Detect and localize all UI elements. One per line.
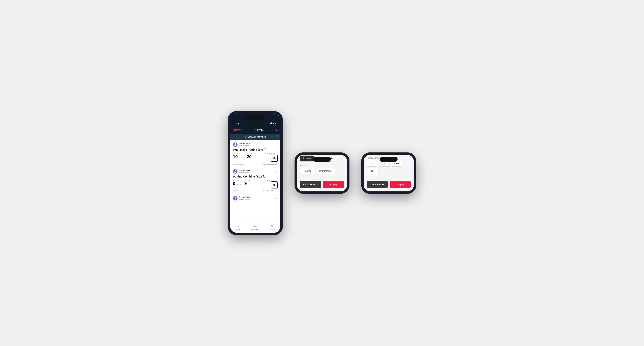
sq-label-1: Shot Quality — [266, 153, 278, 155]
info-icon-1: ℹ — [233, 163, 234, 165]
card-data-2: Data: Clippd Capture — [263, 190, 278, 192]
filter-btn-tournament-2[interactable]: Tournament — [316, 168, 334, 174]
card-user-2: Josh Coles 28 Feb 2023 — [233, 169, 250, 174]
viewing-banner-text-1: Viewing Activities — [248, 136, 266, 138]
card-header-2: Josh Coles 28 Feb 2023 ··· — [233, 169, 278, 174]
activities-label-1: Activities — [251, 228, 258, 230]
avatar-2 — [233, 169, 238, 174]
dynamic-island-1 — [246, 115, 264, 121]
capture-icon-1: ⊕ — [270, 224, 273, 228]
filter-icon-1: ⊞ — [245, 136, 247, 138]
user-info-1: Josh Coles 28 Feb 2023 — [239, 143, 250, 147]
user-info-3: Josh Coles 28 Feb 2023 — [239, 196, 250, 200]
phone-1-screen: 11:33 ▲ ▮ clippd Activity ≡ — [230, 113, 280, 233]
nav-bar-1: clippd Activity ≡ — [230, 127, 280, 134]
shot-quality-group-2: Shot Quality 45 — [266, 180, 278, 188]
filter-footer-3: Clear Filters Apply — [364, 178, 414, 188]
card-info-1: ℹ Test Information — [233, 163, 245, 165]
user-name-1: Josh Coles — [239, 143, 250, 145]
shots-group-2: Shots 9 — [244, 180, 250, 186]
clear-filters-button-3[interactable]: Clear Filters — [367, 181, 388, 188]
home-icon-1: ⌂ — [237, 224, 239, 228]
shots-group-1: Shots 20 — [247, 153, 252, 159]
shot-quality-group-1: Shot Quality 75 — [266, 153, 278, 162]
user-date-2: 28 Feb 2023 — [239, 172, 250, 173]
signal-icon-1 — [269, 123, 272, 124]
filter-btn-rounds-2[interactable]: Rounds — [300, 156, 314, 162]
apply-button-3[interactable]: Apply — [390, 181, 411, 188]
capture-label-1: Capture — [269, 228, 275, 230]
battery-icon-1: ▮ — [275, 123, 276, 125]
card-title-2: Putting Combine (3-15 ft) — [233, 175, 278, 178]
filter-btn-practice-rounds-2[interactable]: Practice — [300, 168, 314, 174]
clear-filters-button-2[interactable]: Clear Filters — [300, 181, 321, 188]
card-header-1: Josh Coles 28 Feb 2023 ··· — [233, 142, 278, 147]
dynamic-island-2 — [313, 157, 331, 162]
card-footer-2: ℹ Test Information Data: Clippd Capture — [233, 190, 278, 192]
filter-btn-putt-3[interactable]: PUTT — [367, 168, 379, 174]
card-footer-1: ℹ Test Information Data: Clippd Capture — [233, 163, 278, 165]
score-group-2: Score 0 OUT OF — [233, 180, 243, 186]
filter-footer-2: Clear Filters Apply — [297, 178, 347, 188]
nav-item-capture-1[interactable]: ⊕ Capture — [269, 224, 275, 230]
card-stats-2: Score 0 OUT OF Shots 9 Shot Quality — [233, 180, 278, 188]
card-stats-1: Score 10 OUT OF Shots 20 Shot Quality — [233, 153, 278, 162]
card-menu-3[interactable]: ··· — [275, 197, 278, 200]
sq-badge-2: 45 — [270, 181, 278, 188]
activity-card-1[interactable]: Josh Coles 28 Feb 2023 ··· Must Make Put… — [230, 140, 280, 167]
score-group-1: Score 10 OUT OF — [233, 153, 245, 159]
status-icons-1: ▲ ▮ — [269, 123, 276, 125]
app-logo-1: clippd — [233, 128, 242, 132]
phone-1: 11:33 ▲ ▮ clippd Activity ≡ — [228, 111, 283, 235]
phone-3-screen: 11:33 ▲ ▮ clippd Activity — [364, 155, 414, 191]
activity-list: Josh Coles 28 Feb 2023 ··· Must Make Put… — [230, 140, 280, 223]
nav-menu-icon-1[interactable]: ≡ — [276, 128, 277, 132]
avatar-3 — [233, 196, 238, 201]
info-icon-2: ℹ — [233, 190, 234, 192]
outof-2: OUT OF — [236, 183, 242, 185]
practice-buttons-3: OTT APP ARG PUTT — [367, 161, 411, 174]
activity-card-2[interactable]: Josh Coles 28 Feb 2023 ··· Putting Combi… — [230, 167, 280, 194]
dynamic-island-3 — [380, 157, 398, 162]
card-header-3: Josh Coles 28 Feb 2023 ··· — [233, 196, 278, 201]
score-value-2: 0 — [233, 181, 235, 186]
user-date-3: 28 Feb 2023 — [239, 198, 250, 200]
user-date-1: 28 Feb 2023 — [239, 145, 250, 147]
card-menu-1[interactable]: ··· — [275, 143, 278, 146]
outof-1: OUT OF — [239, 157, 245, 159]
score-value-1: 10 — [233, 155, 238, 159]
card-user-1: Josh Coles 28 Feb 2023 — [233, 142, 250, 147]
card-user-3: Josh Coles 28 Feb 2023 — [233, 196, 250, 201]
user-name-3: Josh Coles — [239, 196, 250, 198]
nav-title-1: Activity — [255, 128, 263, 132]
card-title-1: Must Make Putting (3-6 ft) — [233, 148, 278, 151]
wifi-icon-1: ▲ — [272, 123, 274, 125]
phone-3: 11:33 ▲ ▮ clippd Activity — [361, 153, 416, 194]
shots-value-1: 20 — [247, 155, 252, 159]
rounds-buttons-2: Practice Tournament — [300, 168, 344, 174]
phone-2: 11:33 ▲ ▮ clippd Activity — [294, 153, 350, 194]
status-time-1: 11:33 — [234, 122, 240, 125]
viewing-banner-1[interactable]: ⊞ Viewing Activities — [230, 134, 280, 140]
nav-item-activities-1[interactable]: ♻ Activities — [251, 224, 258, 230]
activities-icon-1: ♻ — [253, 224, 256, 228]
shots-value-2: 9 — [244, 181, 250, 186]
scene: 11:33 ▲ ▮ clippd Activity ≡ — [228, 111, 416, 235]
filter-btn-ott-3[interactable]: OTT — [367, 161, 377, 167]
card-data-1: Data: Clippd Capture — [263, 163, 278, 165]
viewing-dot-1 — [276, 135, 278, 137]
nav-item-home-1[interactable]: ⌂ Home — [236, 224, 240, 230]
sq-label-2: Shot Quality — [266, 180, 278, 181]
card-info-2: ℹ Test Information — [233, 190, 245, 192]
user-info-2: Josh Coles 28 Feb 2023 — [239, 169, 250, 173]
card-menu-2[interactable]: ··· — [275, 170, 278, 173]
apply-button-2[interactable]: Apply — [323, 181, 344, 188]
avatar-1 — [233, 142, 238, 147]
activity-card-3[interactable]: Josh Coles 28 Feb 2023 ··· — [230, 194, 280, 204]
home-label-1: Home — [236, 228, 240, 230]
phone-2-screen: 11:33 ▲ ▮ clippd Activity — [297, 155, 347, 191]
sq-badge-1: 75 — [270, 155, 278, 162]
rounds-label-2: Rounds — [300, 164, 344, 167]
bottom-nav-1: ⌂ Home ♻ Activities ⊕ Capture — [230, 223, 280, 233]
user-name-2: Josh Coles — [239, 169, 250, 172]
